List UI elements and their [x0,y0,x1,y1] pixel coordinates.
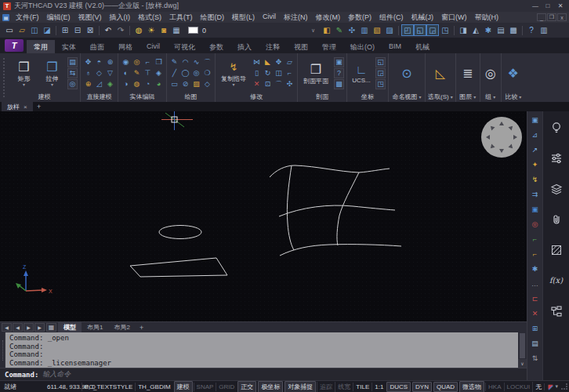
hatch-square-icon[interactable] [549,243,563,256]
magic-wand-icon[interactable]: ✦ [530,159,541,170]
menu-item[interactable]: 模型(L) [228,13,259,23]
new-document-tab-button[interactable]: + [33,102,45,111]
menu-item[interactable]: Civil [259,13,280,23]
menu-item[interactable]: 帮助(H) [471,13,503,23]
status-toggle[interactable]: 正交 [237,381,256,392]
status-toggle[interactable]: DYN [412,382,432,392]
section-tool-icon[interactable]: ▩ [334,79,344,89]
command-input-placeholder[interactable]: 输入命令 [42,369,71,379]
solid-edit-tool-icon[interactable]: ◐ [121,68,131,78]
hierarchy-tree-icon[interactable] [549,304,563,318]
layer-print-icon[interactable]: ▦ [170,24,183,36]
chevron-down-icon[interactable]: ∨ [311,27,315,34]
layer-walk-icon[interactable]: ▥ [358,24,371,36]
direct-modeling-tool-icon[interactable]: ⊛ [105,57,115,67]
status-toggle[interactable]: QUAD [433,382,458,392]
close-icon[interactable]: × [24,103,27,111]
paperclip-icon[interactable] [549,212,563,226]
ribbon-tab[interactable]: 机械 [408,40,437,53]
scrollbar-thumb[interactable] [520,333,525,358]
sheet-set-icon[interactable]: ▤ [530,338,541,349]
expression-fx-icon[interactable]: f(x) [549,274,563,287]
raster-image-icon[interactable]: ▣ [530,114,541,125]
modify-tool-icon[interactable]: ▯ [252,68,262,78]
solid-edit-tool-icon[interactable]: ◑ [121,79,131,89]
view-cube-icon[interactable]: ◰ [401,24,414,36]
draw-tool-icon[interactable]: ∿ [191,57,201,67]
save-as-icon[interactable]: ◪ [41,24,53,36]
eyedropper-icon[interactable]: ✎ [333,24,346,36]
group-button[interactable]: ◎ [483,66,498,81]
modify-tool-icon[interactable]: ✥ [274,57,284,67]
modify-tool-icon[interactable]: ✣ [284,79,295,89]
select-button[interactable]: ◺ [429,66,452,81]
clamp-icon[interactable]: ⊏ [530,293,541,304]
menu-item[interactable]: 组件(C) [375,13,408,23]
eraser-icon[interactable]: ◭ [469,24,482,36]
mdi-minimize-button[interactable]: _ [537,13,546,21]
menu-item[interactable]: 参数(P) [344,13,375,23]
layer-bulb-icon[interactable]: ◍ [132,24,145,36]
menu-item[interactable]: 编辑(E) [43,13,74,23]
symbol-x-icon[interactable]: ✕ [530,308,541,319]
image-icon[interactable]: ▩ [507,24,520,36]
status-toggle[interactable]: LOCKUI [504,383,533,391]
lightbulb-icon[interactable] [549,121,563,134]
corner-trim-icon[interactable]: ⌐ [530,234,541,245]
modify-tool-icon[interactable]: ↻ [263,68,273,78]
maximize-button[interactable]: □ [542,2,553,10]
ok-box-icon[interactable]: ▣ [530,204,541,215]
scale-ruler-icon[interactable]: ⊿ [530,129,541,140]
modify-tool-icon[interactable]: ⌐ [284,68,295,78]
direct-modeling-tool-icon[interactable]: ♁ [83,68,93,78]
ucs-button[interactable]: ∟ UCS... [350,63,373,84]
modify-tool-icon[interactable]: ⋈ [252,57,262,67]
status-toggle[interactable]: SNAP [194,383,216,391]
box-tool-button[interactable]: ❒ 矩形 ▾ [11,60,37,87]
ribbon-grip[interactable] [3,58,7,97]
layout-tab[interactable]: 模型 [58,322,82,332]
layer-freeze-icon[interactable]: ▧ [371,24,383,36]
layers-icon[interactable] [549,182,563,195]
properties-panel-icon[interactable]: ◨ [457,24,469,36]
match-properties-icon[interactable]: ✣ [346,24,358,36]
ellipse-entity[interactable] [159,226,201,239]
draw-tool-icon[interactable]: ◠ [180,57,190,67]
open-file-icon[interactable]: ▱ [16,24,28,36]
status-toggle[interactable]: 1:1 [371,383,386,391]
direct-modeling-tool-icon[interactable]: ◓ [94,57,104,67]
status-toggle[interactable]: 极坐标 [258,381,283,392]
status-toggle[interactable]: PC_TEXTSTYLE [82,383,135,391]
status-toggle[interactable]: 线宽 [335,382,353,392]
draw-tool-icon[interactable]: ❍ [202,68,212,78]
thcad-logo-icon[interactable]: T [5,39,24,52]
ribbon-tab[interactable]: 插入 [230,40,259,53]
close-button[interactable]: ✕ [555,2,566,10]
modify-tool-icon[interactable]: ◣ [263,57,273,67]
menu-item[interactable]: 文件(F) [12,13,43,23]
ribbon-tab[interactable]: Civil [140,40,167,53]
chevron-down-icon[interactable]: ▾ [555,383,558,390]
draw-tool-icon[interactable]: ▨ [191,79,201,89]
solid-edit-tool-icon[interactable]: ⊤ [143,68,153,78]
center-target-icon[interactable]: ◎ [530,219,541,230]
ucs-tool-icon[interactable]: ◳ [375,79,386,89]
modify-tool-icon[interactable]: ✕ [252,79,262,89]
ribbon-tab[interactable]: 输出(O) [343,40,382,53]
draw-tool-icon[interactable]: ◯ [180,68,190,78]
first-layout-button[interactable]: ◀ [2,323,12,332]
status-toggle[interactable]: GRID [216,383,237,391]
new-file-icon[interactable]: ▭ [3,24,16,36]
draw-tool-icon[interactable]: ◇ [202,79,212,89]
ribbon-tab[interactable]: 常用 [27,40,55,53]
draw-tool-icon[interactable]: ╱ [169,68,179,78]
plot-icon[interactable]: ⊞ [59,24,71,36]
view-cube-icon[interactable]: ◱ [414,24,426,36]
help-icon[interactable]: ? [525,24,538,36]
draw-tool-icon[interactable]: ✎ [169,57,179,67]
modeling-tool-icon[interactable]: ◎ [67,79,78,89]
menu-item[interactable]: 窗口(W) [437,13,471,23]
status-toggle[interactable]: 微选物 [459,381,484,392]
chevron-down-icon[interactable]: ▾ [519,94,521,100]
solid-edit-tool-icon[interactable]: ✎ [132,68,142,78]
